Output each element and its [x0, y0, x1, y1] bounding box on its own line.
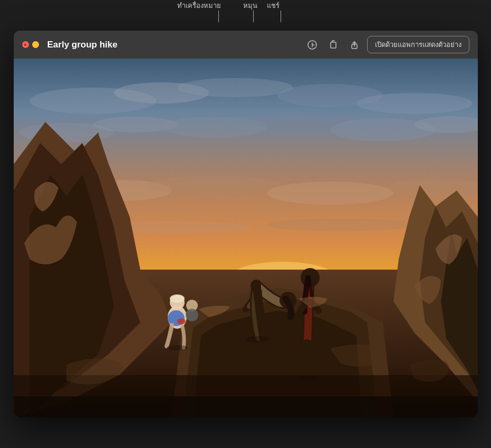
svg-point-38 [177, 318, 186, 325]
photo-container [14, 59, 478, 417]
minimize-button[interactable] [32, 41, 39, 48]
traffic-lights: × [22, 41, 39, 48]
svg-point-23 [267, 218, 415, 231]
tooltip-mark-label: ทำเครื่องหมาย [177, 0, 221, 11]
rotate-icon [328, 40, 339, 50]
toolbar: × Early group hike [14, 31, 478, 59]
svg-point-43 [167, 345, 188, 350]
rotate-button[interactable] [325, 36, 342, 53]
window-title: Early group hike [47, 40, 118, 50]
svg-point-14 [161, 117, 267, 138]
tooltip-area: ทำเครื่องหมาย หมุน แชร์ [14, 0, 478, 31]
svg-point-11 [357, 93, 473, 114]
svg-point-20 [267, 182, 393, 205]
tooltip-share-label: แชร์ [267, 0, 280, 11]
photo-scene [14, 59, 478, 417]
svg-point-36 [170, 294, 185, 303]
scene-image [14, 59, 478, 417]
tooltip-mark-line [218, 11, 219, 22]
svg-point-9 [177, 78, 293, 97]
app-window: ทำเครื่องหมาย หมุน แชร์ × Early group hi… [14, 31, 478, 417]
tooltip-rotate-label: หมุน [243, 0, 257, 11]
close-button[interactable]: × [22, 41, 29, 48]
share-icon [349, 40, 360, 50]
svg-point-44 [246, 336, 269, 342]
tooltip-share-line [281, 11, 281, 22]
mark-icon [307, 40, 317, 50]
share-button[interactable] [346, 36, 363, 53]
svg-rect-47 [14, 396, 478, 417]
svg-point-40 [186, 309, 198, 321]
close-icon: × [24, 42, 26, 47]
svg-rect-1 [331, 42, 336, 48]
mark-button[interactable] [304, 36, 321, 53]
tooltip-rotate-line [253, 11, 254, 22]
svg-point-19 [146, 176, 283, 195]
open-with-preview-button[interactable]: เปิดด้วยแอพการแสดงตัวอย่าง [367, 36, 469, 53]
